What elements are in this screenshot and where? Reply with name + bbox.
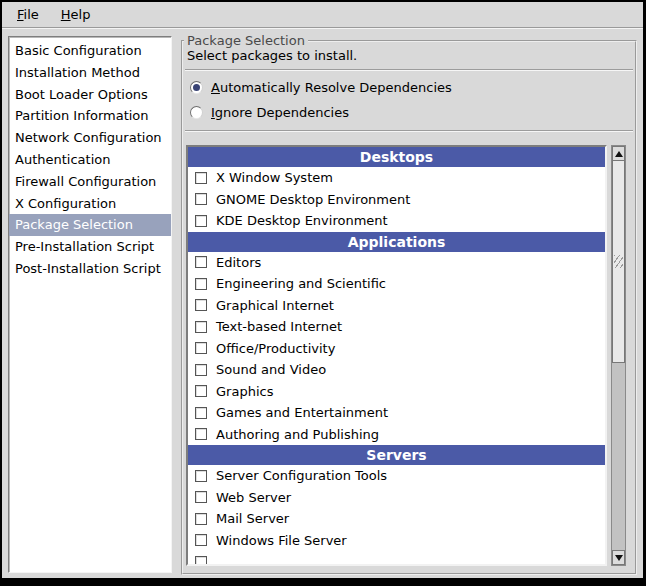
package-item-gnome-desktop-environment[interactable]: GNOME Desktop Environment bbox=[188, 189, 605, 211]
package-item-label: Sound and Video bbox=[216, 362, 326, 377]
kickstart-configurator-window: FileHelp Basic ConfigurationInstallation… bbox=[0, 0, 646, 586]
checkbox-icon[interactable] bbox=[195, 385, 207, 397]
checkbox-icon[interactable] bbox=[195, 407, 207, 419]
package-item-label: Engineering and Scientific bbox=[216, 276, 386, 291]
menu-file[interactable]: File bbox=[6, 4, 50, 25]
package-item-partial[interactable] bbox=[188, 551, 605, 566]
vertical-scrollbar[interactable] bbox=[611, 145, 626, 566]
package-item-label: Server Configuration Tools bbox=[216, 468, 387, 483]
checkbox-icon[interactable] bbox=[195, 491, 207, 503]
scroll-down-icon bbox=[615, 555, 623, 561]
radio-button-icon[interactable] bbox=[190, 81, 203, 94]
frame-title: Package Selection bbox=[184, 33, 308, 48]
radio-ignore-dependencies[interactable]: Ignore Dependencies bbox=[190, 105, 633, 120]
intro-text: Select packages to install. bbox=[187, 48, 633, 63]
package-item-games-and-entertainment[interactable]: Games and Entertainment bbox=[188, 402, 605, 424]
radio-label: Ignore Dependencies bbox=[211, 105, 349, 120]
section-header-desktops: Desktops bbox=[188, 147, 605, 167]
package-item-authoring-and-publishing[interactable]: Authoring and Publishing bbox=[188, 424, 605, 446]
package-item-windows-file-server[interactable]: Windows File Server bbox=[188, 530, 605, 552]
package-item-mail-server[interactable]: Mail Server bbox=[188, 508, 605, 530]
package-item-editors[interactable]: Editors bbox=[188, 252, 605, 274]
package-item-label: Windows File Server bbox=[216, 533, 347, 548]
checkbox-icon[interactable] bbox=[195, 299, 207, 311]
scrollbar-grip bbox=[614, 255, 623, 268]
package-item-x-window-system[interactable]: X Window System bbox=[188, 167, 605, 189]
package-item-label: Authoring and Publishing bbox=[216, 427, 379, 442]
checkbox-icon[interactable] bbox=[195, 470, 207, 482]
package-item-label: Games and Entertainment bbox=[216, 405, 388, 420]
package-item-web-server[interactable]: Web Server bbox=[188, 487, 605, 509]
checkbox-icon[interactable] bbox=[195, 193, 207, 205]
dependency-radio-group: Automatically Resolve DependenciesIgnore… bbox=[185, 71, 633, 130]
checkbox-icon[interactable] bbox=[195, 513, 207, 525]
menu-bar: FileHelp bbox=[2, 2, 643, 28]
package-item-graphics[interactable]: Graphics bbox=[188, 381, 605, 403]
radio-button-icon[interactable] bbox=[190, 106, 203, 119]
main-area: Basic ConfigurationInstallation MethodBo… bbox=[2, 28, 643, 575]
package-item-server-configuration-tools[interactable]: Server Configuration Tools bbox=[188, 465, 605, 487]
package-item-label: Web Server bbox=[216, 490, 291, 505]
scrollbar-thumb[interactable] bbox=[612, 161, 625, 363]
package-item-label: X Window System bbox=[216, 170, 333, 185]
sidebar-item-boot-loader-options[interactable]: Boot Loader Options bbox=[9, 84, 171, 106]
package-item-label: Office/Productivity bbox=[216, 341, 335, 356]
sidebar-nav-list: Basic ConfigurationInstallation MethodBo… bbox=[8, 36, 172, 573]
right-panel: Package Selection Select packages to ins… bbox=[181, 36, 637, 575]
checkbox-icon[interactable] bbox=[195, 534, 207, 546]
package-item-label: Mail Server bbox=[216, 511, 289, 526]
checkbox-icon[interactable] bbox=[195, 364, 207, 376]
menu-help[interactable]: Help bbox=[50, 4, 102, 25]
separator bbox=[185, 130, 633, 132]
package-item-text-based-internet[interactable]: Text-based Internet bbox=[188, 316, 605, 338]
checkbox-icon[interactable] bbox=[195, 256, 207, 268]
package-item-label: Graphics bbox=[216, 384, 273, 399]
package-item-office-productivity[interactable]: Office/Productivity bbox=[188, 338, 605, 360]
package-group-list: DesktopsX Window SystemGNOME Desktop Env… bbox=[186, 145, 607, 566]
sidebar-item-x-configuration[interactable]: X Configuration bbox=[9, 193, 171, 215]
package-item-label: Text-based Internet bbox=[216, 319, 342, 334]
scroll-up-icon bbox=[615, 151, 623, 157]
sidebar-item-firewall-configuration[interactable]: Firewall Configuration bbox=[9, 171, 171, 193]
checkbox-icon[interactable] bbox=[195, 215, 207, 227]
checkbox-icon[interactable] bbox=[195, 278, 207, 290]
sidebar-item-basic-configuration[interactable]: Basic Configuration bbox=[9, 40, 171, 62]
package-list-row: DesktopsX Window SystemGNOME Desktop Env… bbox=[186, 145, 626, 566]
scrollbar-trough[interactable] bbox=[612, 161, 625, 550]
checkbox-icon[interactable] bbox=[195, 342, 207, 354]
radio-automatically-resolve-dependencies[interactable]: Automatically Resolve Dependencies bbox=[190, 80, 633, 95]
package-item-label: Editors bbox=[216, 255, 261, 270]
sidebar-item-package-selection[interactable]: Package Selection bbox=[9, 214, 171, 236]
scroll-down-button[interactable] bbox=[612, 550, 625, 565]
package-item-graphical-internet[interactable]: Graphical Internet bbox=[188, 295, 605, 317]
checkbox-icon[interactable] bbox=[195, 172, 207, 184]
package-item-kde-desktop-environment[interactable]: KDE Desktop Environment bbox=[188, 210, 605, 232]
sidebar-item-pre-installation-script[interactable]: Pre-Installation Script bbox=[9, 236, 171, 258]
sidebar-item-network-configuration[interactable]: Network Configuration bbox=[9, 127, 171, 149]
section-header-servers: Servers bbox=[188, 445, 605, 465]
package-item-label: Graphical Internet bbox=[216, 298, 334, 313]
scroll-up-button[interactable] bbox=[612, 146, 625, 161]
package-item-sound-and-video[interactable]: Sound and Video bbox=[188, 359, 605, 381]
sidebar-item-installation-method[interactable]: Installation Method bbox=[9, 62, 171, 84]
package-selection-frame: Package Selection Select packages to ins… bbox=[181, 40, 637, 575]
section-header-applications: Applications bbox=[188, 232, 605, 252]
package-item-engineering-and-scientific[interactable]: Engineering and Scientific bbox=[188, 273, 605, 295]
checkbox-icon[interactable] bbox=[195, 428, 207, 440]
sidebar-item-partition-information[interactable]: Partition Information bbox=[9, 105, 171, 127]
sidebar-item-authentication[interactable]: Authentication bbox=[9, 149, 171, 171]
radio-label: Automatically Resolve Dependencies bbox=[211, 80, 452, 95]
checkbox-icon[interactable] bbox=[195, 556, 207, 566]
package-item-label: GNOME Desktop Environment bbox=[216, 192, 410, 207]
sidebar-item-post-installation-script[interactable]: Post-Installation Script bbox=[9, 258, 171, 280]
package-item-label: KDE Desktop Environment bbox=[216, 213, 388, 228]
checkbox-icon[interactable] bbox=[195, 321, 207, 333]
